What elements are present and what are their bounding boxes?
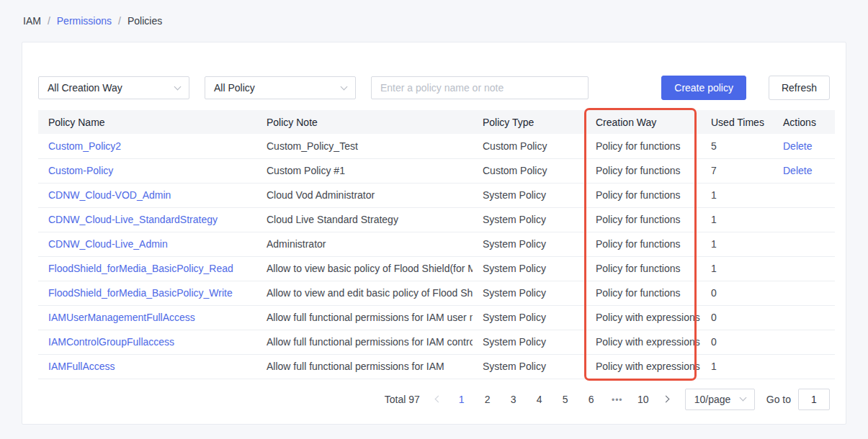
policy-type-cell: System Policy xyxy=(473,281,586,305)
column-header-used-times: Used Times xyxy=(701,110,773,134)
creation-way-cell: Policy for functions xyxy=(586,256,701,281)
policy-name-link[interactable]: CDNW_Cloud-Live_Admin xyxy=(48,238,168,250)
pagination-ellipsis[interactable]: ••• xyxy=(607,395,627,405)
table-row: IAMFullAccessAllow full functional permi… xyxy=(38,354,835,379)
policy-note-cell: Allow to view and edit basic policy of F… xyxy=(256,281,473,305)
table-row: Custom-PolicyCustom Policy #1Custom Poli… xyxy=(38,158,835,183)
actions-cell xyxy=(773,232,835,256)
breadcrumb-separator: / xyxy=(118,15,121,27)
policy-name-link[interactable]: FloodShield_forMedia_BasicPolicy_Write xyxy=(48,287,233,299)
pagination: Total 97 123456•••10 10/page Go to xyxy=(38,388,830,411)
policy-note-cell: Allow full functional permissions for IA… xyxy=(256,354,473,379)
actions-cell xyxy=(773,207,835,232)
creation-way-cell: Policy with expressions xyxy=(586,354,701,379)
breadcrumb-iam[interactable]: IAM xyxy=(23,15,41,27)
actions-cell xyxy=(773,330,835,354)
page-number-6[interactable]: 6 xyxy=(581,394,601,405)
prev-page-button[interactable] xyxy=(429,389,449,409)
chevron-left-icon xyxy=(435,396,442,403)
policy-type-cell: System Policy xyxy=(473,305,586,330)
creation-way-cell: Policy for functions xyxy=(586,207,701,232)
policy-type-filter-select[interactable]: All Policy xyxy=(205,76,356,99)
policy-note-cell: Cloud Live Standard Strategy xyxy=(256,207,473,232)
page-number-3[interactable]: 3 xyxy=(504,394,524,405)
table-row: FloodShield_forMedia_BasicPolicy_ReadAll… xyxy=(38,256,835,281)
used-times-cell: 7 xyxy=(701,158,773,183)
actions-cell: Delete xyxy=(773,158,835,183)
creation-way-cell: Policy for functions xyxy=(586,281,701,305)
creation-way-cell: Policy for functions xyxy=(586,232,701,256)
chevron-down-icon xyxy=(174,83,182,90)
page-number-5[interactable]: 5 xyxy=(555,394,576,405)
policy-type-cell: System Policy xyxy=(473,183,586,207)
table-row: FloodShield_forMedia_BasicPolicy_WriteAl… xyxy=(38,281,835,305)
table-header-row: Policy NamePolicy NotePolicy TypeCreatio… xyxy=(38,110,835,134)
table-row: CDNW_Cloud-VOD_AdminCloud Vod Administra… xyxy=(38,183,835,207)
creation-way-filter-value: All Creation Way xyxy=(48,82,122,94)
pagination-total: Total 97 xyxy=(385,394,420,405)
page-number-4[interactable]: 4 xyxy=(529,394,550,405)
page-size-select[interactable]: 10/page xyxy=(685,389,755,410)
used-times-cell: 0 xyxy=(701,330,773,354)
policy-name-link[interactable]: IAMUserManagementFullAccess xyxy=(48,312,195,323)
create-policy-button[interactable]: Create policy xyxy=(661,76,746,100)
policy-name-link[interactable]: IAMFullAccess xyxy=(48,361,115,372)
policy-note-cell: Custom_Policy_Test xyxy=(256,134,473,158)
used-times-cell: 5 xyxy=(701,134,773,158)
page-number-2[interactable]: 2 xyxy=(478,394,498,405)
used-times-cell: 0 xyxy=(701,281,773,305)
used-times-cell: 1 xyxy=(701,256,773,281)
creation-way-cell: Policy for functions xyxy=(586,158,701,183)
chevron-down-icon xyxy=(739,394,746,402)
filters-toolbar: All Creation Way All Policy Create polic… xyxy=(38,76,830,100)
refresh-button[interactable]: Refresh xyxy=(769,76,830,100)
policy-search-input[interactable] xyxy=(371,76,589,99)
used-times-cell: 1 xyxy=(701,354,773,379)
policy-name-link[interactable]: CDNW_Cloud-Live_StandardStrategy xyxy=(48,214,218,225)
table-row: Custom_Policy2Custom_Policy_TestCustom P… xyxy=(38,134,835,158)
next-page-button[interactable] xyxy=(656,389,676,409)
actions-cell: Delete xyxy=(773,134,835,158)
policy-name-link[interactable]: FloodShield_forMedia_BasicPolicy_Read xyxy=(48,263,233,274)
breadcrumb-permissions[interactable]: Permissions xyxy=(57,15,112,27)
column-header-creation-way: Creation Way xyxy=(586,110,701,134)
actions-cell xyxy=(773,256,835,281)
breadcrumb-policies: Policies xyxy=(127,15,162,27)
delete-policy-link[interactable]: Delete xyxy=(783,165,812,176)
policy-name-link[interactable]: Custom_Policy2 xyxy=(48,140,121,152)
creation-way-cell: Policy with expressions xyxy=(586,330,701,354)
page-number-10[interactable]: 10 xyxy=(633,394,653,405)
policies-table-wrap: Policy NamePolicy NotePolicy TypeCreatio… xyxy=(38,110,830,379)
creation-way-cell: Policy with expressions xyxy=(586,305,701,330)
goto-page-input[interactable] xyxy=(798,389,830,410)
page-size-value: 10/page xyxy=(694,394,731,405)
column-header-policy-note: Policy Note xyxy=(256,110,473,134)
actions-cell xyxy=(773,281,835,305)
policies-card: All Creation Way All Policy Create polic… xyxy=(22,42,846,425)
policy-name-link[interactable]: IAMControlGroupFullaccess xyxy=(48,336,174,348)
creation-way-cell: Policy for functions xyxy=(586,134,701,158)
policy-name-link[interactable]: CDNW_Cloud-VOD_Admin xyxy=(48,189,171,201)
page-number-1[interactable]: 1 xyxy=(452,394,472,405)
policy-type-cell: System Policy xyxy=(473,232,586,256)
actions-cell xyxy=(773,305,835,330)
table-row: IAMControlGroupFullaccessAllow full func… xyxy=(38,330,835,354)
chevron-right-icon xyxy=(663,396,670,403)
policy-note-cell: Custom Policy #1 xyxy=(256,158,473,183)
column-header-policy-name: Policy Name xyxy=(38,110,256,134)
used-times-cell: 1 xyxy=(701,232,773,256)
creation-way-cell: Policy for functions xyxy=(586,183,701,207)
policy-note-cell: Allow full functional permissions for IA… xyxy=(256,305,473,330)
delete-policy-link[interactable]: Delete xyxy=(783,140,812,152)
policy-note-cell: Cloud Vod Administrator xyxy=(256,183,473,207)
policies-table: Policy NamePolicy NotePolicy TypeCreatio… xyxy=(38,110,835,379)
chevron-down-icon xyxy=(341,83,348,90)
policy-note-cell: Allow to view basic policy of Flood Shie… xyxy=(256,256,473,281)
actions-cell xyxy=(773,354,835,379)
policy-type-cell: System Policy xyxy=(473,256,586,281)
creation-way-filter-select[interactable]: All Creation Way xyxy=(38,76,189,99)
breadcrumb-separator: / xyxy=(48,15,50,27)
used-times-cell: 0 xyxy=(701,305,773,330)
column-header-policy-type: Policy Type xyxy=(473,110,586,134)
policy-name-link[interactable]: Custom-Policy xyxy=(48,165,113,176)
